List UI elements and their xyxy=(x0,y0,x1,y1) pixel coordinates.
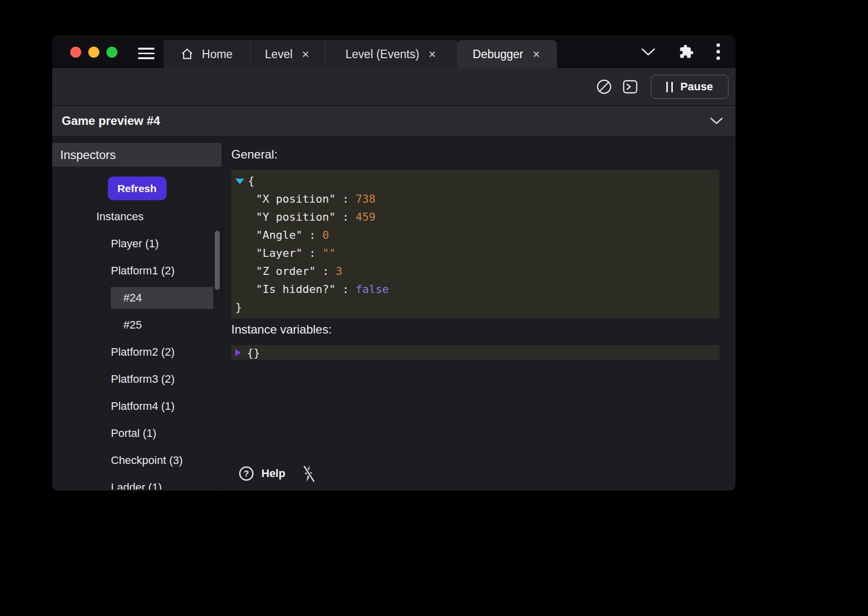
tree-item-instances[interactable]: Instances xyxy=(52,203,222,230)
sidebar-scrollbar[interactable] xyxy=(215,231,220,290)
debugger-content: Inspectors Refresh Instances Player (1) … xyxy=(52,136,736,490)
tree-item-ladder[interactable]: Ladder (1) xyxy=(52,474,222,490)
circle-slash-icon xyxy=(595,78,613,96)
close-window-button[interactable] xyxy=(70,47,81,58)
help-icon[interactable]: ? xyxy=(238,466,254,482)
tab-level-events[interactable]: Level (Events) ✕ xyxy=(325,40,457,68)
inspectors-sidebar: Inspectors Refresh Instances Player (1) … xyxy=(52,136,222,490)
chevron-down-icon[interactable] xyxy=(709,117,724,125)
tab-debugger[interactable]: Debugger ✕ xyxy=(457,40,557,68)
general-json-view: { "X position" : 738 "Y position" : 459 … xyxy=(231,170,719,319)
titlebar: Home Level ✕ Level (Events) ✕ Debugger ✕ xyxy=(52,35,736,68)
json-property-row[interactable]: "Angle" : 0 xyxy=(231,226,719,244)
main-menu-icon[interactable] xyxy=(138,48,155,59)
instance-variables-label: Instance variables: xyxy=(231,323,719,338)
json-property-row[interactable]: "X position" : 738 xyxy=(231,190,719,208)
tab-level[interactable]: Level ✕ xyxy=(250,40,325,68)
open-brace: { xyxy=(248,172,254,190)
tree-item-checkpoint[interactable]: Checkpoint (3) xyxy=(52,447,222,474)
tab-strip: Home Level ✕ Level (Events) ✕ Debugger ✕ xyxy=(164,40,557,68)
desktop-background: Home Level ✕ Level (Events) ✕ Debugger ✕ xyxy=(0,0,868,616)
instance-inspector-panel: General: { "X position" : 738 "Y positio… xyxy=(222,136,736,490)
help-label[interactable]: Help xyxy=(261,467,285,480)
tree-item-instance-25[interactable]: #25 xyxy=(52,312,222,339)
tab-label: Level (Events) xyxy=(346,48,419,61)
instance-variables-json-view[interactable]: {} xyxy=(231,345,719,360)
refresh-button[interactable]: Refresh xyxy=(108,177,167,200)
question-mark-glyph: ? xyxy=(244,469,249,479)
pause-button[interactable]: Pause xyxy=(651,75,729,99)
console-icon xyxy=(621,78,639,96)
instance-variables-value: {} xyxy=(247,347,260,359)
preview-title: Game preview #4 xyxy=(62,114,160,128)
instances-tree: Instances Player (1) Platform1 (2) #24 #… xyxy=(52,203,222,490)
json-property-row[interactable]: "Is hidden?" : false xyxy=(231,280,719,298)
chevron-down-icon[interactable] xyxy=(641,48,656,56)
tab-close-icon[interactable]: ✕ xyxy=(531,49,541,60)
collapse-triangle-icon[interactable] xyxy=(235,179,244,184)
tab-label: Debugger xyxy=(473,48,523,61)
more-options-kebab-icon[interactable] xyxy=(716,43,720,61)
profiler-button[interactable] xyxy=(595,77,614,96)
json-close-line: } xyxy=(231,298,719,317)
debugger-window: Home Level ✕ Level (Events) ✕ Debugger ✕ xyxy=(52,35,736,491)
json-property-row[interactable]: "Layer" : "" xyxy=(231,244,719,262)
json-root-line: { xyxy=(231,172,719,190)
game-preview-header: Game preview #4 xyxy=(52,105,736,136)
tab-close-icon[interactable]: ✕ xyxy=(427,49,438,60)
minimize-window-button[interactable] xyxy=(88,47,99,58)
extensions-puzzle-icon[interactable] xyxy=(679,44,694,59)
general-section-label: General: xyxy=(231,147,719,163)
tab-home[interactable]: Home xyxy=(164,40,250,68)
tab-label: Home xyxy=(202,48,232,61)
tree-item-instance-24[interactable]: #24 xyxy=(52,284,222,312)
tree-item-platform1[interactable]: Platform1 (2) xyxy=(52,257,222,284)
tree-item-player[interactable]: Player (1) xyxy=(52,230,222,257)
console-button[interactable] xyxy=(621,77,640,96)
tree-item-portal[interactable]: Portal (1) xyxy=(52,420,222,447)
debugger-toolbar: Pause xyxy=(52,68,736,105)
footer-help-row: ? Help xyxy=(238,464,317,483)
zoom-window-button[interactable] xyxy=(106,47,117,58)
titlebar-right-icons xyxy=(641,35,736,68)
window-controls xyxy=(70,47,117,58)
inspectors-header-label: Inspectors xyxy=(60,148,116,162)
close-brace: } xyxy=(235,298,242,317)
pause-button-label: Pause xyxy=(680,80,713,93)
flash-off-icon[interactable] xyxy=(302,464,317,483)
tree-item-platform4[interactable]: Platform4 (1) xyxy=(52,393,222,420)
inspectors-header: Inspectors xyxy=(52,143,222,167)
expand-triangle-icon[interactable] xyxy=(235,349,241,356)
json-property-row[interactable]: "Z order" : 3 xyxy=(231,262,719,280)
tree-item-platform3[interactable]: Platform3 (2) xyxy=(52,366,222,393)
pause-icon xyxy=(666,82,673,92)
tab-label: Level xyxy=(265,48,293,61)
home-icon xyxy=(181,48,194,61)
json-property-row[interactable]: "Y position" : 459 xyxy=(231,208,719,226)
tab-close-icon[interactable]: ✕ xyxy=(301,49,311,60)
tree-item-platform2[interactable]: Platform2 (2) xyxy=(52,339,222,366)
